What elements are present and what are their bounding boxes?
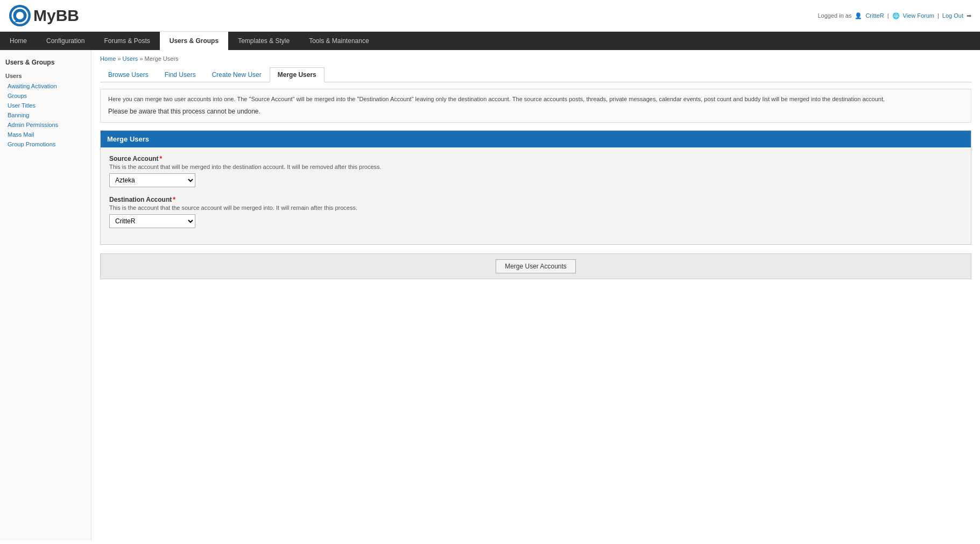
merge-user-accounts-button[interactable]: Merge User Accounts	[496, 259, 576, 273]
destination-account-label: Destination Account*	[109, 196, 962, 203]
main-content: Home » Users » Merge Users Browse Users …	[91, 50, 980, 540]
sidebar-item-banning[interactable]: Banning	[0, 110, 91, 120]
info-warning: Please be aware that this process cannot…	[108, 107, 963, 117]
nav-tools-maintenance[interactable]: Tools & Maintenance	[299, 32, 378, 50]
log-out-link[interactable]: Log Out	[942, 12, 963, 19]
tab-merge-users[interactable]: Merge Users	[270, 67, 325, 82]
breadcrumb-current: Merge Users	[145, 55, 179, 62]
nav-templates-style[interactable]: Templates & Style	[228, 32, 299, 50]
submit-bar: Merge User Accounts	[100, 253, 971, 279]
source-account-description: This is the account that will be merged …	[109, 164, 962, 170]
sidebar-section-title: Users	[0, 68, 91, 81]
svg-point-2	[16, 12, 24, 19]
sidebar-item-admin-permissions[interactable]: Admin Permissions	[0, 120, 91, 130]
logo: MyBB	[9, 4, 79, 27]
sidebar-item-mass-mail[interactable]: Mass Mail	[0, 130, 91, 139]
source-account-label: Source Account*	[109, 155, 962, 163]
sidebar-item-groups[interactable]: Groups	[0, 91, 91, 101]
destination-account-description: This is the account that the source acco…	[109, 204, 962, 211]
sidebar-item-group-promotions[interactable]: Group Promotions	[0, 139, 91, 149]
source-account-select-wrapper: Azteka	[109, 173, 962, 187]
tab-browse-users[interactable]: Browse Users	[100, 67, 157, 82]
sidebar-item-awaiting-activation[interactable]: Awaiting Activation	[0, 81, 91, 91]
tab-find-users[interactable]: Find Users	[157, 67, 204, 82]
info-text: Here you can merge two user accounts int…	[108, 95, 963, 104]
globe-icon: 🌐	[892, 12, 900, 19]
logout-icon: ➡	[967, 12, 971, 19]
panel-body: Source Account* This is the account that…	[101, 147, 971, 244]
destination-account-select[interactable]: CritteR	[109, 214, 195, 228]
tab-create-new-user[interactable]: Create New User	[204, 67, 270, 82]
nav-forums-posts[interactable]: Forums & Posts	[94, 32, 159, 50]
header-right: Logged in as 👤 CritteR | 🌐 View Forum | …	[817, 12, 971, 19]
sidebar-group-title: Users & Groups	[0, 55, 91, 68]
breadcrumb: Home » Users » Merge Users	[100, 55, 971, 62]
source-account-group: Source Account* This is the account that…	[109, 155, 962, 187]
breadcrumb-home[interactable]: Home	[100, 55, 116, 62]
breadcrumb-users[interactable]: Users	[123, 55, 138, 62]
panel-header: Merge Users	[101, 131, 971, 147]
main-nav: Home Configuration Forums & Posts Users …	[0, 32, 980, 50]
nav-home[interactable]: Home	[0, 32, 37, 50]
sidebar-item-user-titles[interactable]: User Titles	[0, 101, 91, 110]
info-box: Here you can merge two user accounts int…	[100, 89, 971, 123]
destination-account-select-wrapper: CritteR	[109, 214, 962, 228]
logged-in-label: Logged in as	[817, 12, 851, 19]
tabs: Browse Users Find Users Create New User …	[100, 67, 971, 82]
source-account-select[interactable]: Azteka	[109, 173, 195, 187]
nav-configuration[interactable]: Configuration	[37, 32, 94, 50]
merge-users-panel: Merge Users Source Account* This is the …	[100, 130, 971, 245]
username-link[interactable]: CritteR	[865, 12, 884, 19]
user-icon: 👤	[855, 12, 862, 19]
view-forum-link[interactable]: View Forum	[903, 12, 934, 19]
sidebar: Users & Groups Users Awaiting Activation…	[0, 50, 91, 540]
nav-users-groups[interactable]: Users & Groups	[160, 32, 228, 50]
destination-account-group: Destination Account* This is the account…	[109, 196, 962, 228]
